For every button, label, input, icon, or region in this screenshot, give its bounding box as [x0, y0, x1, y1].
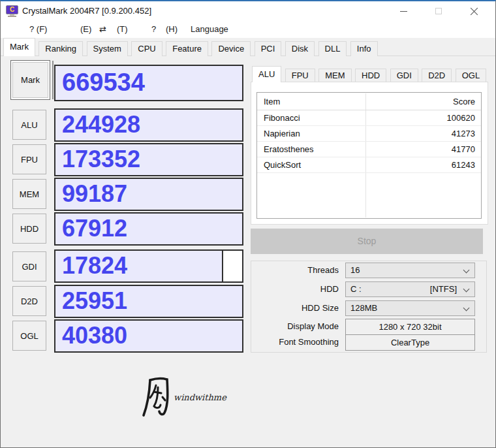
row-item-score: 100620: [447, 110, 475, 125]
score-table: Item Score Fibonacci 100620 Napierian 41…: [256, 92, 482, 219]
tab-disk[interactable]: Disk: [285, 41, 315, 56]
tab-mark[interactable]: Mark: [3, 38, 35, 56]
app-window: C CrystalMark 2004R7 [0.9.200.452] ? (F)…: [0, 0, 496, 448]
hdd-button[interactable]: HDD: [12, 214, 46, 244]
hdd-filesystem: [NTFS]: [430, 282, 457, 296]
app-icon: C: [6, 5, 18, 17]
minimize-icon: [400, 11, 407, 12]
stop-button[interactable]: Stop: [251, 229, 483, 254]
alu-button[interactable]: ALU: [12, 110, 46, 140]
row-item-score: 41273: [452, 126, 475, 141]
focus-divider-line: [52, 61, 54, 99]
hdd-score-value: 67912: [55, 214, 242, 244]
detail-tab-alu[interactable]: ALU: [252, 66, 281, 82]
mark-score-display: 669534: [54, 65, 243, 101]
detail-tab-mem[interactable]: MEM: [318, 69, 351, 82]
detail-tab-fpu[interactable]: FPU: [285, 69, 315, 82]
menu-item-edit[interactable]: (E): [80, 21, 91, 38]
hdd-size-select[interactable]: 128MB: [345, 300, 475, 316]
close-button[interactable]: [459, 1, 489, 21]
fpu-score-value: 173352: [55, 144, 242, 174]
wind-kanji-icon: [141, 376, 175, 420]
row-item-name: Eratosthenes: [264, 142, 314, 157]
menu-item-help-glyph[interactable]: ?: [151, 21, 156, 38]
chevron-down-icon: [463, 267, 470, 274]
detail-tab-hdd[interactable]: HDD: [355, 69, 386, 82]
chevron-down-icon: [463, 305, 470, 312]
menu-item-help[interactable]: (H): [166, 21, 178, 38]
font-smoothing-button[interactable]: ClearType: [345, 334, 475, 351]
maximize-icon: [435, 8, 442, 14]
d2d-score-display: 25951: [54, 285, 243, 318]
hdd-size-value: 128MB: [350, 303, 377, 313]
gdi-progress-remainder: [222, 251, 242, 281]
fpu-score-display: 173352: [54, 143, 243, 176]
chevron-down-icon: [463, 286, 470, 293]
tab-pci[interactable]: PCI: [255, 41, 282, 56]
hdd-value: C :: [350, 284, 362, 294]
ogl-button[interactable]: OGL: [12, 321, 46, 351]
row-item-name: Fibonacci: [264, 110, 300, 125]
mem-button[interactable]: MEM: [12, 179, 46, 209]
close-icon: [471, 7, 478, 15]
ogl-score-display: 40380: [54, 319, 243, 353]
detail-tab-d2d[interactable]: D2D: [422, 69, 452, 82]
hdd-score-display: 67912: [54, 212, 243, 246]
table-header: Item Score: [257, 93, 481, 110]
tab-cpu[interactable]: CPU: [131, 41, 162, 56]
gdi-button[interactable]: GDI: [12, 251, 46, 281]
row-item-name: Napierian: [264, 126, 300, 141]
tab-info[interactable]: Info: [350, 41, 378, 56]
mark-run-button[interactable]: Mark: [10, 60, 50, 100]
tab-feature[interactable]: Feature: [166, 41, 208, 56]
display-mode-button[interactable]: 1280 x 720 32bit: [345, 319, 475, 335]
detail-tab-strip: ALU FPU MEM HDD GDI D2D OGL: [252, 66, 487, 82]
row-item-score: 41770: [452, 142, 475, 157]
table-header-score: Score: [453, 93, 475, 110]
table-row: QuickSort 61243: [257, 157, 481, 173]
table-header-item: Item: [264, 93, 280, 110]
alu-score-value: 244928: [55, 110, 242, 140]
tab-ranking[interactable]: Ranking: [39, 41, 83, 56]
d2d-score-value: 25951: [55, 286, 242, 316]
title-bar: C CrystalMark 2004R7 [0.9.200.452]: [1, 1, 495, 21]
menu-item-tools-glyph[interactable]: ⇄: [99, 21, 106, 38]
menu-item-language[interactable]: Language: [191, 21, 228, 38]
font-smoothing-label: Font Smoothing: [249, 334, 339, 350]
tab-device[interactable]: Device: [211, 41, 251, 56]
fpu-button[interactable]: FPU: [12, 144, 46, 174]
tab-system[interactable]: System: [87, 41, 128, 56]
mark-score-value: 669534: [55, 66, 242, 99]
mem-score-display: 99187: [54, 178, 243, 211]
gdi-score-value: 17824: [55, 251, 242, 281]
hdd-select[interactable]: C : [NTFS]: [345, 281, 475, 297]
main-tab-strip: Mark Ranking System CPU Feature Device P…: [3, 38, 379, 56]
mem-score-value: 99187: [55, 179, 242, 209]
window-title: CrystalMark 2004R7 [0.9.200.452]: [22, 1, 151, 21]
hdd-size-label: HDD Size: [249, 300, 339, 316]
detail-tab-ogl[interactable]: OGL: [456, 69, 486, 82]
ogl-score-value: 40380: [55, 321, 242, 351]
display-mode-label: Display Mode: [249, 319, 339, 334]
threads-select[interactable]: 16: [345, 263, 475, 278]
mark-run-button-label: Mark: [12, 62, 48, 98]
windwithme-text: windwithme: [174, 392, 226, 402]
hdd-label: HDD: [249, 281, 339, 297]
row-item-score: 61243: [452, 157, 475, 172]
menu-item-tools[interactable]: (T): [117, 21, 128, 38]
table-row: Eratosthenes 41770: [257, 142, 481, 157]
detail-tab-gdi[interactable]: GDI: [390, 69, 418, 82]
minimize-button[interactable]: [388, 1, 418, 21]
threads-value: 16: [350, 265, 360, 275]
table-row: Fibonacci 100620: [257, 110, 481, 126]
row-item-name: QuickSort: [264, 157, 301, 172]
alu-score-display: 244928: [54, 108, 243, 142]
maximize-button[interactable]: [424, 1, 454, 21]
d2d-button[interactable]: D2D: [12, 286, 46, 316]
tab-dll[interactable]: DLL: [318, 41, 347, 56]
menu-bar: ? (F) (E) ⇄ (T) ? (H) Language: [1, 21, 495, 38]
threads-label: Threads: [249, 263, 339, 278]
menu-item-file[interactable]: ? (F): [29, 21, 47, 38]
gdi-score-display: 17824: [54, 249, 243, 283]
windwithme-logo: windwithme: [141, 376, 232, 421]
